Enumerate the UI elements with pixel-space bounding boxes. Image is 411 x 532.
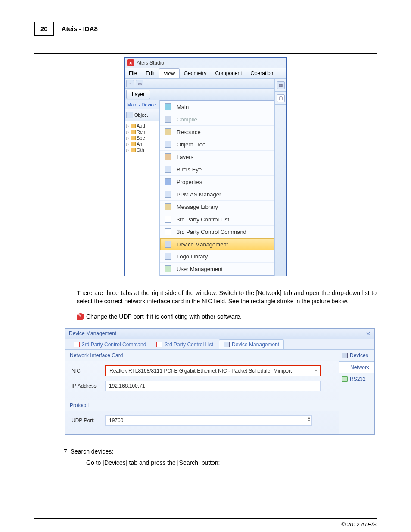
tab-3rd-party-list[interactable]: 3rd Party Control List	[152, 339, 218, 349]
app-logo-icon: ✕	[127, 59, 134, 66]
footer-copyright: © 2012 ATEÏS	[34, 519, 377, 528]
folder-icon	[131, 130, 136, 134]
menu-item-icon	[165, 178, 171, 185]
right-tab-network[interactable]: Network	[339, 361, 374, 373]
view-menu-item[interactable]: PPM AS Manager	[160, 188, 274, 201]
ip-address-value: 192.168.100.71	[105, 381, 321, 391]
view-menu-item[interactable]: Compile	[160, 113, 274, 126]
view-menu-item[interactable]: Properties	[160, 176, 274, 188]
spinner-buttons[interactable]: ▲▼	[308, 416, 311, 422]
step-7-heading: 7. Search devices:	[64, 448, 377, 455]
view-menu-item[interactable]: Layers	[160, 151, 274, 163]
menu-item-label: Main	[177, 104, 189, 110]
view-menu-item[interactable]: Message Library	[160, 201, 274, 213]
group-protocol-header: Protocol	[65, 400, 339, 411]
cmd-icon	[74, 342, 80, 347]
view-menu-item[interactable]: 3rd Party Control List	[160, 213, 274, 226]
network-icon	[342, 365, 348, 370]
folder-icon	[131, 148, 136, 152]
view-menu-item[interactable]: Logo Library	[160, 250, 274, 263]
view-menu-item[interactable]: Bird's Eye	[160, 163, 274, 176]
menu-item-icon	[165, 203, 171, 210]
udp-port-input[interactable]: 19760 ▲▼	[105, 415, 312, 426]
nic-label: NIC:	[72, 368, 102, 374]
view-menu-item[interactable]: Main	[160, 101, 274, 113]
view-menu-item[interactable]: Object Tree	[160, 138, 274, 151]
gutter-icon-1[interactable]: ▦	[277, 81, 285, 89]
right-toolbar-gutter: ▦ ▢	[274, 79, 286, 276]
step-7-detail: Go to [Devices] tab and press the [Searc…	[86, 459, 377, 466]
view-menu-item[interactable]: Device Management	[160, 238, 274, 250]
header-rule	[34, 53, 377, 54]
close-icon[interactable]: ✕	[366, 330, 371, 337]
menu-item-label: Layers	[177, 154, 193, 160]
view-dropdown: MainCompileResourceObject TreeLayersBird…	[160, 100, 274, 276]
toolbar-icon-1[interactable]: ▫	[126, 80, 134, 87]
tree-item[interactable]: ▷Am	[125, 141, 159, 147]
window-title: Ateis Studio	[137, 60, 164, 66]
tip-icon	[77, 313, 84, 320]
object-tree-header[interactable]: Objec.	[125, 109, 159, 121]
tree-item[interactable]: ▷Oth	[125, 147, 159, 153]
menu-component[interactable]: Component	[211, 68, 246, 78]
expand-icon[interactable]: ▷	[125, 136, 130, 140]
tree-item[interactable]: ▷Spe	[125, 135, 159, 141]
folder-icon	[131, 124, 136, 128]
menu-item-icon	[165, 265, 171, 272]
dm-icon	[224, 342, 230, 347]
menu-item-label: Resource	[177, 129, 201, 135]
menu-item-icon	[165, 253, 171, 260]
object-tree: ▷Aud▷Ren▷Spe▷Am▷Oth	[125, 121, 159, 155]
expand-icon[interactable]: ▷	[125, 124, 130, 128]
folder-icon	[131, 142, 136, 146]
titlebar: ✕ Ateis Studio	[125, 58, 286, 68]
menu-file[interactable]: File	[125, 68, 141, 78]
tab-3rd-party-cmd[interactable]: 3rd Party Control Command	[69, 339, 151, 349]
gutter-icon-2[interactable]: ▢	[277, 94, 285, 102]
menu-item-icon	[165, 191, 171, 198]
group-nic-header: Network Interface Card	[65, 350, 339, 361]
toolbar: ▫ ▭	[125, 79, 274, 89]
expand-icon[interactable]: ▷	[125, 130, 130, 134]
menu-item-label: 3rd Party Control Command	[177, 229, 246, 235]
menu-view[interactable]: View	[159, 68, 180, 78]
page-number: 20	[34, 22, 54, 36]
tree-item[interactable]: ▷Ren	[125, 129, 159, 135]
view-menu-item[interactable]: User Management	[160, 263, 274, 275]
rs232-icon	[342, 376, 348, 382]
menu-item-icon	[165, 128, 171, 135]
right-tab-devices[interactable]: Devices	[339, 350, 374, 361]
menu-item-icon	[165, 216, 171, 223]
toolbar-icon-2[interactable]: ▭	[136, 80, 143, 87]
nic-dropdown[interactable]: Realtek RTL8168/8111 PCI-E Gigabit Ether…	[105, 365, 321, 376]
layer-toolbar: Layer	[125, 89, 274, 100]
view-menu-item[interactable]: Resource	[160, 126, 274, 138]
menu-item-icon	[165, 103, 171, 110]
menubar: File Edit View Geometry Component Operat…	[125, 68, 286, 79]
menu-item-icon	[165, 166, 171, 173]
menu-operation[interactable]: Operation	[246, 68, 278, 78]
expand-icon[interactable]: ▷	[125, 148, 130, 152]
tip-text: Change the UDP port if it is conflicting…	[86, 313, 242, 320]
menu-item-icon	[165, 153, 171, 160]
menu-item-icon	[165, 141, 171, 148]
menu-item-label: User Management	[177, 266, 223, 272]
layer-button[interactable]: Layer	[126, 90, 150, 99]
tree-icon	[126, 112, 133, 118]
menu-geometry[interactable]: Geometry	[180, 68, 211, 78]
tab-device-mgmt[interactable]: Device Management	[219, 339, 284, 349]
menu-item-icon	[165, 116, 171, 123]
menu-item-label: 3rd Party Control List	[177, 216, 229, 223]
left-panel: Main - Device Objec. ▷Aud▷Ren▷Spe▷Am▷Oth	[125, 100, 160, 276]
expand-icon[interactable]: ▷	[125, 142, 130, 146]
list-icon	[156, 342, 162, 347]
tree-item[interactable]: ▷Aud	[125, 123, 159, 129]
ip-label: IP Address:	[72, 383, 102, 389]
view-menu-item[interactable]: 3rd Party Control Command	[160, 226, 274, 238]
right-tab-rs232[interactable]: RS232	[339, 373, 374, 385]
udp-label: UDP Port:	[72, 417, 102, 423]
menu-item-icon	[165, 228, 171, 235]
device-management-panel: Device Management ✕ 3rd Party Control Co…	[65, 328, 375, 435]
menu-item-label: Logo Library	[177, 253, 208, 260]
menu-edit[interactable]: Edit	[141, 68, 159, 78]
